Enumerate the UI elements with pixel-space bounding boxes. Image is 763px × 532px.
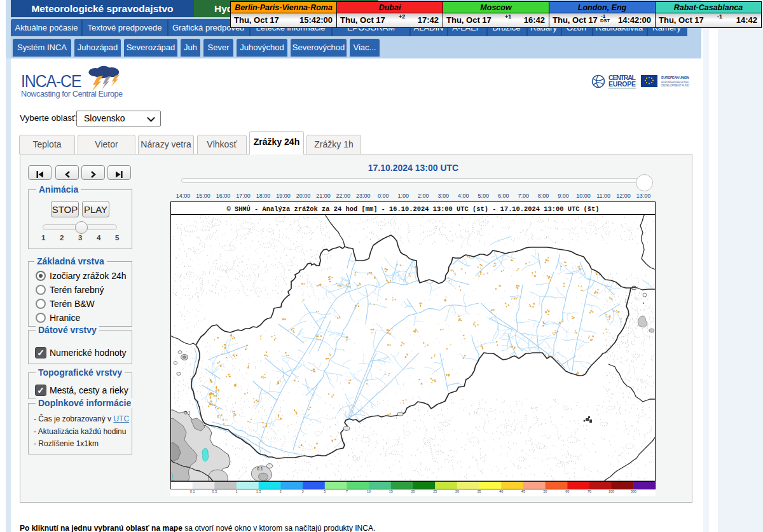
svg-text:EUROPE: EUROPE — [608, 80, 636, 88]
svg-text:© SHMÚ - Analýza zrážok za 24: © SHMÚ - Analýza zrážok za 24 hod [mm] -… — [226, 205, 599, 213]
svg-text:EUROPEAN REGIONAL: EUROPEAN REGIONAL — [661, 81, 689, 84]
svg-text:1: 1 — [235, 489, 237, 493]
svg-text:DEVELOPMENT FUND: DEVELOPMENT FUND — [661, 84, 690, 87]
svg-text:100: 100 — [608, 489, 614, 493]
svg-text:50: 50 — [544, 489, 547, 493]
svg-text:0.1: 0.1 — [190, 489, 195, 493]
svg-text:40: 40 — [499, 489, 503, 493]
svg-text:45: 45 — [521, 489, 525, 493]
svg-text:60: 60 — [565, 489, 569, 493]
svg-text:3: 3 — [302, 489, 304, 493]
svg-text:25: 25 — [433, 489, 437, 493]
svg-text:EUROPEAN UNION: EUROPEAN UNION — [661, 76, 689, 79]
svg-text:15: 15 — [389, 489, 393, 493]
svg-text:1.5: 1.5 — [256, 489, 261, 493]
svg-text:300: 300 — [631, 489, 636, 493]
svg-text:70: 70 — [588, 489, 591, 493]
svg-text:0.1: 0.1 — [184, 411, 191, 415]
svg-text:35: 35 — [477, 489, 481, 493]
svg-text:10: 10 — [367, 489, 371, 493]
svg-text:7: 7 — [346, 489, 348, 493]
svg-text:30: 30 — [455, 489, 459, 493]
svg-text:5: 5 — [324, 489, 326, 493]
svg-text:2: 2 — [280, 489, 282, 493]
svg-text:0.5: 0.5 — [212, 489, 217, 493]
svg-text:20: 20 — [411, 489, 415, 493]
svg-text:0.1: 0.1 — [257, 467, 263, 471]
